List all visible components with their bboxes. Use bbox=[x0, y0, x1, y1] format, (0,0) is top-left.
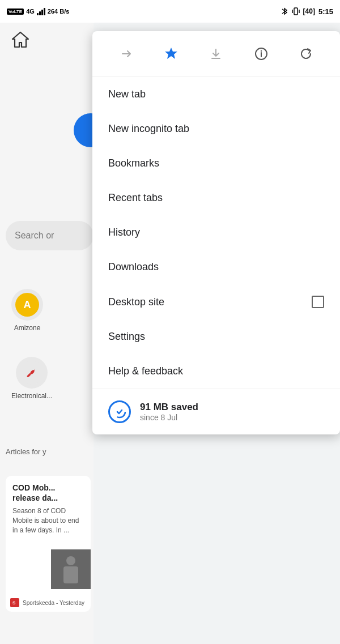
news-card-description: Season 8 of COD Mobile is about to end i… bbox=[12, 506, 84, 535]
svg-point-15 bbox=[261, 50, 262, 52]
refresh-circle-icon bbox=[299, 47, 313, 61]
amizone-icon-circle: A bbox=[11, 289, 43, 321]
menu-item-new-tab[interactable]: New tab bbox=[92, 77, 340, 112]
menu-item-bookmarks-label: Bookmarks bbox=[108, 157, 159, 169]
bookmark-star-icon bbox=[164, 46, 178, 61]
home-area bbox=[11, 31, 29, 48]
bar4 bbox=[44, 8, 45, 15]
menu-item-bookmarks[interactable]: Bookmarks bbox=[92, 146, 340, 181]
data-saver-main-text: 91 MB saved bbox=[140, 402, 198, 413]
articles-text: Articles for y bbox=[6, 447, 46, 456]
download-arrow-icon bbox=[210, 48, 222, 60]
svg-rect-0 bbox=[294, 8, 298, 15]
menu-item-recent-tabs-label: Recent tabs bbox=[108, 192, 163, 204]
bar1 bbox=[37, 13, 39, 15]
menu-item-new-tab-label: New tab bbox=[108, 88, 146, 100]
electronical-icon bbox=[20, 361, 44, 385]
bluetooth-icon bbox=[280, 7, 288, 16]
amizone-shortcut[interactable]: A Amizone bbox=[11, 289, 43, 332]
menu-item-help-feedback-label: Help & feedback bbox=[108, 365, 183, 377]
svg-text:S: S bbox=[12, 600, 16, 605]
menu-item-desktop-site[interactable]: Desktop site bbox=[92, 284, 340, 319]
news-card-thumbnail bbox=[51, 549, 91, 589]
toolbar-row bbox=[92, 31, 340, 77]
source-icon: S bbox=[10, 598, 19, 607]
data-saver-check-icon bbox=[113, 405, 126, 419]
home-icon bbox=[11, 31, 29, 48]
refresh-icon bbox=[299, 47, 313, 61]
download-button[interactable] bbox=[203, 41, 228, 66]
bar3 bbox=[41, 10, 43, 15]
signal-4g: 4G bbox=[26, 8, 35, 15]
forward-arrow-icon bbox=[120, 48, 133, 60]
bookmark-button[interactable] bbox=[159, 41, 184, 66]
menu-item-new-incognito-tab-label: New incognito tab bbox=[108, 123, 189, 135]
electronical-icon-circle bbox=[16, 357, 48, 389]
download-icon bbox=[210, 48, 222, 60]
data-speed: 264 B/s bbox=[48, 8, 70, 15]
status-bar: VoLTE 4G 264 B/s [40] 5:15 bbox=[0, 0, 340, 23]
time-display: 5:15 bbox=[318, 7, 333, 16]
menu-item-desktop-site-label: Desktop site bbox=[108, 296, 164, 308]
news-source-label: Sportskeeda - Yesterday bbox=[23, 600, 84, 606]
electronical-shortcut[interactable]: Electronical... bbox=[11, 357, 52, 400]
news-card-footer: S Sportskeeda - Yesterday bbox=[10, 598, 86, 607]
data-saver-sub-text: since 8 Jul bbox=[140, 413, 198, 422]
electronical-label: Electronical... bbox=[11, 392, 52, 400]
status-left: VoLTE 4G 264 B/s bbox=[7, 8, 69, 15]
menu-item-help-feedback[interactable]: Help & feedback bbox=[92, 354, 340, 389]
info-circle-icon bbox=[254, 47, 268, 61]
bg-search-bar: Search or bbox=[6, 221, 94, 250]
svg-rect-8 bbox=[63, 566, 78, 583]
svg-marker-11 bbox=[165, 48, 177, 59]
dropdown-menu: New tab New incognito tab Bookmarks Rece… bbox=[92, 31, 340, 434]
star-icon bbox=[164, 46, 178, 61]
refresh-button[interactable] bbox=[294, 41, 318, 66]
signal-bars bbox=[37, 8, 45, 15]
volte-badge: VoLTE bbox=[7, 8, 24, 15]
vibrate-icon bbox=[292, 7, 300, 16]
amizone-letter: A bbox=[15, 293, 39, 317]
status-right: [40] 5:15 bbox=[280, 7, 333, 16]
thumbnail-image bbox=[51, 549, 91, 589]
menu-item-recent-tabs[interactable]: Recent tabs bbox=[92, 181, 340, 215]
svg-marker-3 bbox=[12, 32, 28, 47]
data-saver-text: 91 MB saved since 8 Jul bbox=[140, 402, 198, 422]
bar2 bbox=[39, 11, 41, 15]
forward-icon bbox=[120, 48, 133, 60]
battery-level: [40] bbox=[303, 7, 315, 15]
menu-item-new-incognito-tab[interactable]: New incognito tab bbox=[92, 112, 340, 146]
info-button[interactable] bbox=[249, 41, 274, 66]
bg-search-text: Search or bbox=[15, 231, 54, 241]
menu-item-downloads-label: Downloads bbox=[108, 261, 159, 273]
menu-item-settings[interactable]: Settings bbox=[92, 319, 340, 354]
info-icon bbox=[254, 47, 268, 61]
wrench-icon bbox=[24, 365, 40, 381]
news-card[interactable]: COD Mob... release da... Season 8 of COD… bbox=[6, 476, 91, 612]
sportskeeda-icon: S bbox=[11, 600, 18, 605]
news-card-title: COD Mob... release da... bbox=[12, 483, 84, 503]
desktop-site-checkbox[interactable] bbox=[312, 296, 324, 308]
svg-point-7 bbox=[66, 556, 75, 565]
menu-item-history[interactable]: History bbox=[92, 215, 340, 250]
battery-area: [40] bbox=[303, 7, 315, 15]
data-saver-row: 91 MB saved since 8 Jul bbox=[92, 389, 340, 434]
amizone-label: Amizone bbox=[14, 324, 41, 332]
menu-item-downloads[interactable]: Downloads bbox=[92, 250, 340, 284]
menu-item-history-label: History bbox=[108, 227, 140, 238]
menu-item-settings-label: Settings bbox=[108, 331, 145, 343]
data-saver-icon bbox=[108, 400, 131, 423]
forward-button[interactable] bbox=[114, 41, 139, 66]
